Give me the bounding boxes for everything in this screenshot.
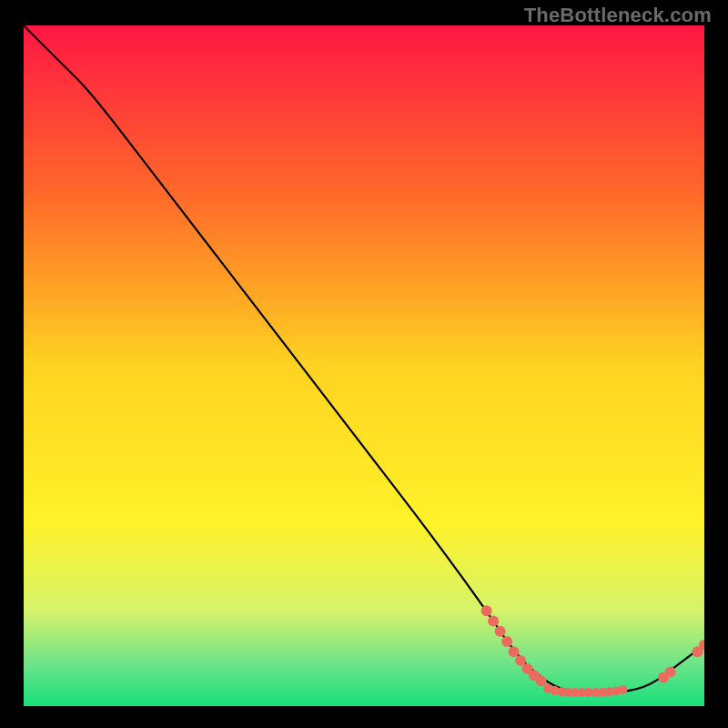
- chart-marker: [509, 646, 520, 657]
- chart-marker: [665, 667, 676, 678]
- chart-marker: [501, 636, 512, 647]
- chart-svg: [24, 25, 704, 706]
- chart-background: [24, 25, 704, 706]
- chart-marker: [618, 685, 627, 694]
- chart-marker: [495, 626, 506, 637]
- watermark-text: TheBottleneck.com: [524, 4, 712, 27]
- chart-container: [24, 25, 704, 706]
- chart-marker: [488, 616, 499, 627]
- stage: TheBottleneck.com: [0, 0, 728, 728]
- chart-marker: [481, 605, 492, 616]
- chart-marker: [535, 675, 546, 686]
